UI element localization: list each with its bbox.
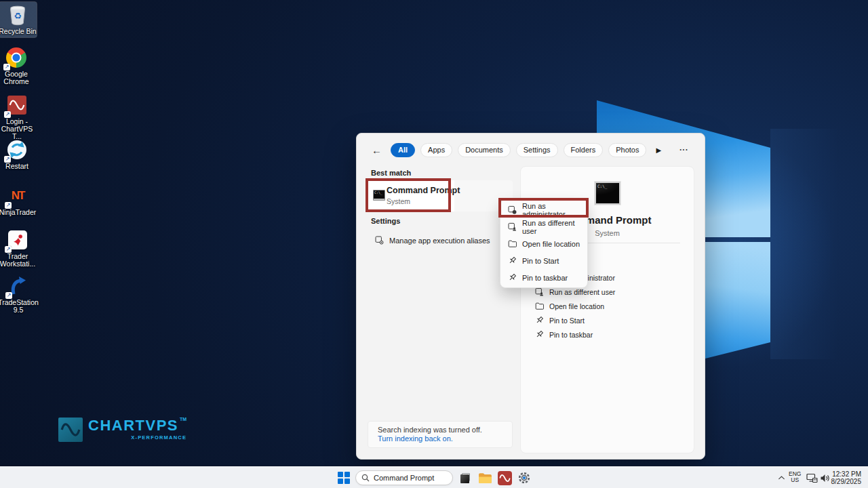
chrome-icon: ↗: [5, 46, 28, 69]
desktop-icon-recycle-bin[interactable]: ♻ Recycle Bin: [0, 2, 37, 37]
result-subtitle: System: [387, 197, 410, 205]
preview-action-pin-to-taskbar[interactable]: Pin to taskbar: [521, 327, 694, 342]
search-indexing-notice: Search indexing was turned off. Turn ind…: [368, 421, 513, 448]
tray-overflow-button[interactable]: [773, 470, 789, 486]
file-explorer-icon: [478, 472, 492, 484]
chevron-up-icon: [778, 475, 785, 481]
desktop-icon-label: Recycle Bin: [0, 28, 37, 35]
search-filter-tabs: ← All Apps Documents Settings Folders Ph…: [357, 142, 705, 158]
indexing-message: Search indexing was turned off.: [378, 426, 502, 434]
turn-indexing-on-link[interactable]: Turn indexing back on.: [378, 434, 502, 443]
desktop-icon-google-chrome[interactable]: ↗ Google Chrome: [0, 45, 35, 87]
tab-all[interactable]: All: [391, 143, 415, 157]
shortcut-arrow-icon: ↗: [5, 246, 12, 253]
desktop-icon-label: TradeStation 9.5: [0, 299, 39, 314]
back-button[interactable]: ←: [372, 144, 385, 156]
recycle-symbol-icon: ♻: [14, 10, 22, 20]
tray-date: 8/29/2025: [831, 478, 862, 485]
desktop-icon-label: Trader Workstati...: [0, 253, 37, 268]
settings-gear-icon: [517, 470, 532, 485]
settings-button[interactable]: [516, 470, 532, 486]
tradestation-icon: ↗: [7, 274, 30, 298]
task-view-icon: [459, 472, 471, 484]
context-menu-run-as-administrator[interactable]: Run as administrator: [500, 201, 587, 218]
ninjatrader-icon: NT ↗: [6, 184, 29, 207]
context-menu-pin-to-taskbar[interactable]: Pin to taskbar: [500, 269, 587, 286]
pin-icon: [508, 256, 517, 265]
best-match-section-label: Best match: [371, 169, 411, 177]
desktop-icon-tradestation[interactable]: ↗ TradeStation 9.5: [0, 273, 37, 316]
run-as-different-user-icon: [508, 222, 517, 231]
search-flyout-panel: ← All Apps Documents Settings Folders Ph…: [356, 133, 705, 460]
shortcut-arrow-icon: ↗: [5, 292, 12, 299]
preview-action-pin-to-start[interactable]: Pin to Start: [521, 313, 694, 327]
desktop-icon-label: NinjaTrader: [0, 209, 36, 216]
task-view-button[interactable]: [457, 470, 473, 486]
recycle-bin-icon: ♻: [6, 3, 29, 26]
tray-time: 12:32 PM: [832, 470, 861, 478]
tab-apps[interactable]: Apps: [420, 143, 452, 157]
shortcut-arrow-icon: ↗: [4, 111, 11, 118]
tab-folders[interactable]: Folders: [564, 143, 604, 157]
pin-icon: [535, 330, 544, 339]
windows-logo-icon: [338, 472, 350, 484]
preview-action-open-file-location[interactable]: Open file location: [521, 299, 694, 313]
taskbar: Command Prompt ENG US: [0, 466, 868, 488]
chartvps-login-icon: ↗: [5, 94, 28, 117]
chartvps-app-button[interactable]: [496, 470, 513, 486]
watermark-tm: TM: [180, 417, 186, 422]
app-alias-icon: [375, 236, 384, 245]
shortcut-arrow-icon: ↗: [4, 156, 11, 163]
clock[interactable]: 12:32 PM 8/29/2025: [830, 470, 861, 485]
settings-section-label: Settings: [371, 217, 400, 225]
wallpaper-light-ray: [770, 129, 868, 359]
desktop-icon-ninjatrader[interactable]: NT ↗ NinjaTrader: [0, 183, 37, 218]
chartvps-app-icon: [498, 471, 512, 485]
context-menu-pin-to-start[interactable]: Pin to Start: [500, 252, 587, 269]
taskbar-search-value: Command Prompt: [374, 474, 434, 482]
run-as-admin-icon: [508, 205, 517, 214]
restart-icon: ↗: [5, 138, 28, 161]
tab-documents[interactable]: Documents: [458, 143, 511, 157]
desktop-icon-trader-workstation[interactable]: ↗ Trader Workstati...: [0, 227, 37, 270]
best-match-result-command-prompt[interactable]: C:\_ Command Prompt System: [368, 180, 513, 211]
watermark-brand: CHARTVPS: [88, 418, 178, 434]
folder-icon: [535, 302, 544, 310]
result-title: Command Prompt: [387, 186, 460, 195]
shortcut-arrow-icon: ↗: [3, 64, 10, 70]
ethernet-icon: [806, 473, 818, 483]
settings-result-label: Manage app execution aliases: [389, 237, 490, 245]
folder-icon: [508, 239, 517, 248]
shortcut-arrow-icon: ↗: [5, 202, 12, 209]
tab-photos[interactable]: Photos: [608, 143, 646, 157]
desktop-icon-label: Restart: [5, 163, 28, 170]
taskbar-search-box[interactable]: Command Prompt: [355, 470, 453, 485]
context-menu-open-file-location[interactable]: Open file location: [500, 235, 587, 252]
pin-icon: [508, 273, 517, 282]
file-explorer-button[interactable]: [477, 470, 493, 486]
trader-workstation-icon: ↗: [6, 228, 29, 251]
desktop-icon-login-chartvps[interactable]: ↗ Login - ChartVPS T...: [0, 92, 36, 142]
settings-result-manage-aliases[interactable]: Manage app execution aliases: [368, 230, 513, 250]
start-button[interactable]: [338, 472, 350, 484]
options-ellipsis-button[interactable]: ...: [679, 143, 688, 152]
desktop-icon-restart[interactable]: ↗ Restart: [0, 137, 36, 172]
search-icon: [361, 474, 370, 482]
pin-icon: [535, 316, 544, 325]
command-prompt-icon: C:\_: [373, 190, 385, 201]
context-menu: Run as administrator Run as different us…: [500, 199, 588, 288]
command-prompt-icon-large: C:\_: [595, 182, 620, 205]
chartvps-logo-icon: [58, 418, 83, 442]
chartvps-watermark: CHARTVPS TM X-PERFORMANCE: [58, 418, 186, 442]
run-as-different-user-icon: [535, 287, 544, 296]
context-menu-run-as-different-user[interactable]: Run as different user: [500, 218, 587, 235]
more-tabs-icon[interactable]: ▶: [656, 146, 661, 154]
tab-settings[interactable]: Settings: [516, 143, 558, 157]
watermark-tagline: X-PERFORMANCE: [131, 434, 186, 441]
desktop-icon-label: Google Chrome: [0, 70, 35, 85]
speaker-icon: [820, 474, 830, 483]
language-indicator[interactable]: ENG US: [789, 471, 801, 483]
